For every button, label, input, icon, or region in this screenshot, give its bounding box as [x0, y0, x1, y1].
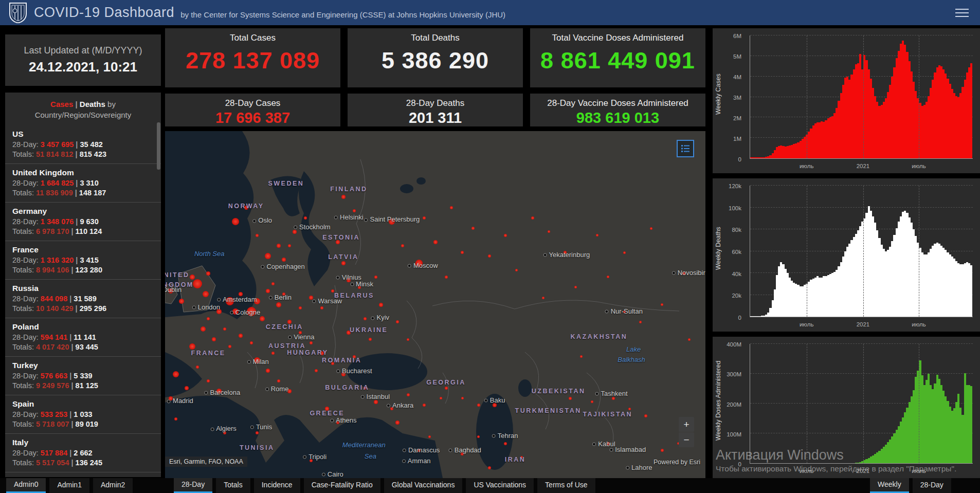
menu-icon[interactable]: [955, 6, 969, 20]
case-dot[interactable]: [433, 240, 438, 244]
case-dot[interactable]: [596, 234, 598, 236]
case-dot[interactable]: [299, 306, 302, 309]
case-dot[interactable]: [174, 417, 177, 421]
tab-28-day[interactable]: 28-Day: [913, 478, 951, 493]
stat-box[interactable]: 28-Day Deaths201 311: [348, 94, 523, 126]
case-dot[interactable]: [223, 327, 226, 331]
case-dot[interactable]: [212, 337, 216, 341]
case-dot[interactable]: [639, 321, 642, 323]
case-dot[interactable]: [461, 251, 464, 254]
case-dot[interactable]: [661, 449, 664, 452]
case-dot[interactable]: [341, 261, 346, 265]
case-dot[interactable]: [315, 369, 318, 372]
zoom-out-button[interactable]: −: [679, 432, 694, 447]
case-dot[interactable]: [277, 244, 281, 248]
case-dot[interactable]: [256, 431, 259, 434]
case-dot[interactable]: [407, 338, 409, 341]
country-list-item[interactable]: US28-Day: 3 457 695 | 35 482Totals: 51 8…: [5, 125, 161, 163]
country-list-item[interactable]: United Kingdom28-Day: 1 684 825 | 3 310T…: [5, 163, 161, 202]
case-dot[interactable]: [364, 317, 367, 320]
case-dot[interactable]: [203, 291, 209, 297]
case-dot[interactable]: [277, 379, 280, 382]
case-dot[interactable]: [266, 369, 270, 373]
case-dot[interactable]: [193, 279, 202, 288]
case-dot[interactable]: [353, 209, 356, 212]
country-list-item[interactable]: Netherlands28-Day: 504 966 | 1 498Totals…: [5, 472, 161, 477]
case-dot[interactable]: [488, 254, 491, 258]
case-dot[interactable]: [239, 334, 243, 338]
case-dot[interactable]: [504, 442, 507, 445]
case-dot[interactable]: [179, 299, 184, 304]
zoom-in-button[interactable]: +: [679, 417, 694, 432]
scrollbar-thumb[interactable]: [157, 122, 160, 170]
country-list-item[interactable]: Poland28-Day: 594 141 | 11 141Totals: 4 …: [5, 318, 161, 356]
case-dot[interactable]: [623, 251, 626, 254]
case-dot[interactable]: [189, 343, 195, 350]
case-dot[interactable]: [250, 341, 253, 344]
case-dot[interactable]: [260, 316, 265, 321]
case-dot[interactable]: [569, 397, 572, 400]
case-dot[interactable]: [185, 386, 189, 390]
case-dot[interactable]: [542, 297, 545, 299]
case-dot[interactable]: [341, 195, 346, 199]
case-dot[interactable]: [196, 366, 199, 369]
case-dot[interactable]: [271, 352, 275, 355]
case-dot[interactable]: [369, 338, 372, 341]
tab-admin1[interactable]: Admin1: [49, 478, 89, 493]
case-dot[interactable]: [607, 276, 609, 278]
case-dot[interactable]: [591, 400, 593, 403]
country-list-item[interactable]: Germany28-Day: 1 348 076 | 9 630Totals: …: [5, 202, 161, 241]
stat-box[interactable]: 28-Day Vaccine Doses Administered983 619…: [530, 94, 705, 126]
case-dot[interactable]: [173, 371, 179, 377]
case-dot[interactable]: [320, 306, 323, 309]
stat-box[interactable]: 28-Day Cases17 696 387: [165, 94, 340, 126]
case-dot[interactable]: [207, 379, 210, 382]
case-dot[interactable]: [580, 355, 583, 358]
stat-box[interactable]: Total Deaths5 386 290: [348, 28, 523, 87]
tab-global-vaccinations[interactable]: Global Vaccinations: [384, 478, 463, 493]
case-dot[interactable]: [265, 253, 271, 259]
case-dot[interactable]: [504, 234, 507, 237]
case-dot[interactable]: [661, 303, 663, 306]
case-dot[interactable]: [461, 397, 464, 399]
case-dot[interactable]: [207, 317, 210, 320]
case-dot[interactable]: [190, 275, 195, 280]
tab-28-day[interactable]: 28-Day: [174, 478, 212, 493]
case-dot[interactable]: [304, 216, 307, 220]
case-dot[interactable]: [423, 404, 426, 407]
case-dot[interactable]: [232, 218, 239, 225]
case-dot[interactable]: [445, 276, 448, 279]
case-dot[interactable]: [288, 244, 291, 247]
case-dot[interactable]: [282, 258, 286, 262]
case-dot[interactable]: [206, 271, 210, 276]
case-dot[interactable]: [266, 289, 270, 293]
case-dot[interactable]: [428, 435, 431, 438]
tab-admin0[interactable]: Admin0: [6, 478, 46, 493]
tab-case-fatality-ratio[interactable]: Case-Fatality Ratio: [304, 478, 380, 493]
case-dot[interactable]: [471, 227, 475, 230]
tab-incidence[interactable]: Incidence: [254, 478, 300, 493]
case-dot[interactable]: [488, 466, 491, 469]
case-dot[interactable]: [628, 408, 631, 410]
case-dot[interactable]: [650, 227, 652, 230]
tab-totals[interactable]: Totals: [216, 478, 250, 493]
case-dot[interactable]: [477, 435, 480, 438]
case-dot[interactable]: [574, 286, 577, 288]
case-dot[interactable]: [271, 282, 275, 285]
country-list-item[interactable]: Spain28-Day: 533 253 | 1 033Totals: 5 71…: [5, 395, 161, 433]
world-map[interactable]: SWEDENFINLANDNORWAYESTONIALATVIABELARUSU…: [165, 131, 705, 478]
map-legend-button[interactable]: [677, 140, 694, 157]
case-dot[interactable]: [401, 244, 404, 247]
stat-box[interactable]: Total Vaccine Doses Administered8 861 44…: [530, 28, 705, 87]
case-dot[interactable]: [395, 421, 400, 425]
case-dot[interactable]: [276, 302, 281, 307]
country-list-item[interactable]: Russia28-Day: 844 098 | 31 589Totals: 10…: [5, 279, 161, 318]
case-dot[interactable]: [450, 206, 453, 209]
tab-us-vaccinations[interactable]: US Vaccinations: [466, 478, 534, 493]
stat-box[interactable]: Total Cases278 137 089: [165, 28, 340, 87]
case-dot[interactable]: [256, 234, 259, 237]
country-list-item[interactable]: Italy28-Day: 517 884 | 2 662Totals: 5 51…: [5, 433, 161, 472]
case-dot[interactable]: [310, 341, 313, 344]
country-list-item[interactable]: France28-Day: 1 316 320 | 3 415Totals: 8…: [5, 241, 161, 279]
tab-terms-of-use[interactable]: Terms of Use: [537, 478, 595, 493]
